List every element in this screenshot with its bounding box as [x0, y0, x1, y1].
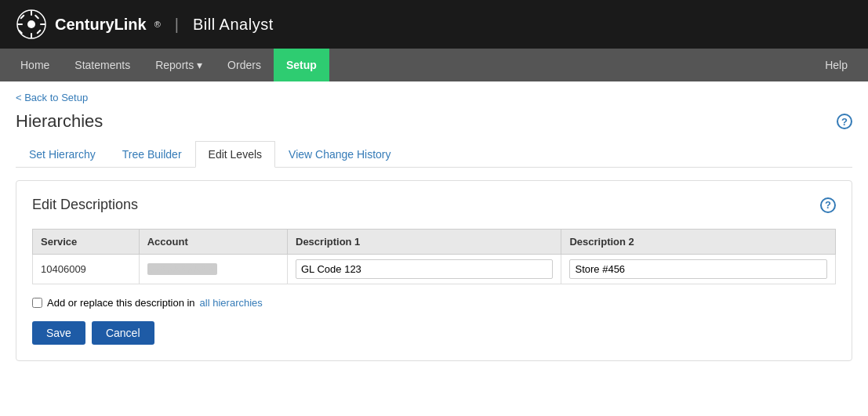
table-row: 10406009 5-XXXXXXXX [33, 255, 836, 284]
nav-reports[interactable]: Reports ▾ [143, 49, 215, 81]
svg-rect-7 [35, 14, 39, 19]
centurylink-logo-icon [16, 9, 47, 40]
tab-tree-builder[interactable]: Tree Builder [109, 141, 195, 168]
app-header: CenturyLink® | Bill Analyst [0, 0, 868, 49]
page-help-icon[interactable]: ? [837, 114, 852, 129]
cell-account: 5-XXXXXXXX [139, 255, 287, 284]
main-nav: Home Statements Reports ▾ Orders Setup H… [0, 49, 868, 81]
panel-header: Edit Descriptions ? [32, 197, 836, 213]
nav-help[interactable]: Help [812, 49, 860, 81]
page-title: Hierarchies [16, 111, 103, 132]
nav-statements[interactable]: Statements [62, 49, 143, 81]
tab-bar: Set Hierarchy Tree Builder Edit Levels V… [16, 141, 852, 168]
svg-rect-2 [31, 33, 32, 38]
cell-desc1[interactable] [288, 255, 561, 284]
back-to-setup-link[interactable]: < Back to Setup [16, 92, 88, 103]
trademark: ® [154, 20, 161, 29]
descriptions-table: Service Account Description 1 Descriptio… [32, 229, 836, 284]
page-header: Hierarchies ? [16, 111, 852, 132]
page-content: < Back to Setup Hierarchies ? Set Hierar… [0, 81, 868, 416]
account-value: 5-XXXXXXXX [147, 263, 217, 275]
col-header-desc2: Description 2 [561, 230, 836, 255]
cell-desc2[interactable] [561, 255, 836, 284]
desc1-input[interactable] [296, 259, 553, 279]
cell-service: 10406009 [33, 255, 140, 284]
checkbox-label-highlight: all hierarchies [200, 297, 263, 309]
logo-container: CenturyLink® | Bill Analyst [16, 9, 274, 40]
brand-name: CenturyLink [55, 16, 147, 34]
all-hierarchies-checkbox[interactable] [32, 298, 42, 308]
nav-home[interactable]: Home [8, 49, 62, 81]
col-header-service: Service [33, 230, 140, 255]
checkbox-row: Add or replace this description in all h… [32, 297, 836, 309]
checkbox-label-before: Add or replace this description in [47, 297, 195, 309]
svg-rect-6 [36, 29, 41, 34]
nav-orders[interactable]: Orders [215, 49, 274, 81]
panel-help-icon[interactable]: ? [820, 197, 836, 213]
action-buttons: Save Cancel [32, 321, 836, 345]
edit-descriptions-panel: Edit Descriptions ? Service Account Desc… [16, 180, 852, 361]
desc2-input[interactable] [569, 259, 827, 279]
nav-setup[interactable]: Setup [274, 49, 329, 81]
svg-rect-1 [31, 10, 32, 16]
save-button[interactable]: Save [32, 321, 85, 345]
col-header-account: Account [139, 230, 287, 255]
panel-title: Edit Descriptions [32, 197, 138, 213]
table-header-row: Service Account Description 1 Descriptio… [33, 230, 836, 255]
svg-rect-4 [40, 24, 45, 25]
svg-rect-3 [17, 24, 23, 25]
product-name: Bill Analyst [193, 16, 274, 34]
cancel-button[interactable]: Cancel [92, 321, 154, 345]
tab-set-hierarchy[interactable]: Set Hierarchy [16, 141, 109, 168]
col-header-desc1: Description 1 [288, 230, 561, 255]
svg-point-9 [27, 20, 35, 28]
tab-edit-levels[interactable]: Edit Levels [195, 141, 275, 168]
tab-view-change-history[interactable]: View Change History [275, 141, 404, 168]
